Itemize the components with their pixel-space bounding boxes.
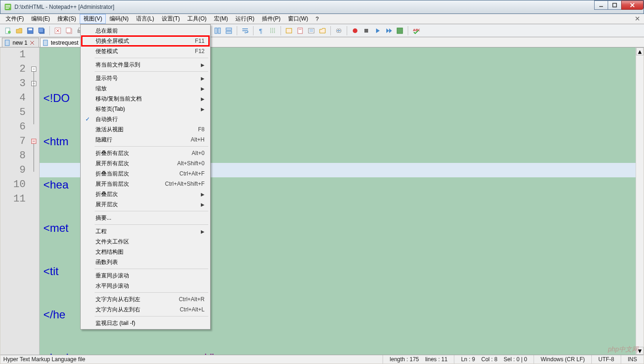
vertical-scrollbar[interactable]: ▴ ▾ [636, 47, 644, 355]
toolbar-folder-icon[interactable] [317, 26, 328, 36]
toolbar-doc-map-icon[interactable] [295, 26, 305, 36]
menu-shortcut: Ctrl+Alt+L [180, 306, 205, 313]
menu-item-自动换行[interactable]: ✓自动换行 [82, 114, 209, 124]
menu-item-隐藏行[interactable]: 隐藏行Alt+H [82, 135, 209, 145]
menu-separator [95, 58, 208, 58]
menu-item-切换全屏模式[interactable]: 切换全屏模式F11 [82, 36, 209, 46]
window-close-button[interactable] [621, 0, 644, 10]
menu-item-监视日志 (tail -f)[interactable]: 监视日志 (tail -f) [82, 318, 209, 328]
toolbar-stop-icon[interactable] [361, 26, 371, 36]
window-maximize-button[interactable] [608, 0, 622, 10]
submenu-arrow-icon: ▶ [201, 62, 205, 67]
menu-item-展开层次[interactable]: 展开层次▶ [82, 199, 209, 209]
toolbar-spellcheck-icon[interactable]: ABC [411, 26, 421, 36]
svg-rect-42 [226, 28, 232, 30]
menu-item-标签页(Tab)[interactable]: 标签页(Tab)▶ [82, 104, 209, 114]
toolbar-wordwrap-icon[interactable] [240, 26, 250, 36]
svg-rect-59 [364, 29, 368, 33]
line-number: 3 [0, 76, 26, 91]
status-length: length : 175 lines : 11 [383, 355, 454, 364]
menu-plugins[interactable]: 插件(P) [258, 14, 284, 24]
window-titlebar: D:\txt\HTML - Notepad++ [Administrator] [0, 0, 644, 14]
toolbar-close-all-icon[interactable] [64, 26, 74, 36]
menu-item-垂直同步滚动[interactable]: 垂直同步滚动 [82, 270, 209, 281]
menu-item-折叠当前层次[interactable]: 折叠当前层次Ctrl+Alt+F [82, 169, 209, 179]
menu-item-文字方向从左到右[interactable]: 文字方向从左到右Ctrl+Alt+L [82, 304, 209, 315]
menu-item-label: 展开所有层次 [96, 160, 129, 168]
toolbar-record-icon[interactable] [350, 26, 360, 36]
menu-edit[interactable]: 编辑(E) [27, 14, 54, 24]
menu-separator [95, 71, 208, 72]
file-tab-new1[interactable]: new 1 [2, 38, 39, 47]
menu-item-折叠层次[interactable]: 折叠层次▶ [82, 189, 209, 199]
svg-point-56 [337, 30, 339, 31]
svg-rect-49 [298, 28, 302, 34]
menu-item-文档结构图[interactable]: 文档结构图 [82, 247, 209, 257]
line-number: 10 [0, 177, 26, 192]
toolbar-close-icon[interactable] [53, 26, 63, 36]
menu-item-摘要...[interactable]: 摘要... [82, 213, 209, 223]
menu-item-工程[interactable]: 工程▶ [82, 226, 209, 236]
toolbar-sync-h-icon[interactable] [224, 26, 234, 36]
svg-rect-1 [6, 5, 10, 6]
menu-help[interactable]: ? [312, 14, 322, 24]
menu-item-函数列表[interactable]: 函数列表 [82, 257, 209, 267]
toolbar-save-all-icon[interactable] [36, 26, 47, 36]
menu-shortcut: F8 [198, 126, 205, 133]
toolbar-indent-guide-icon[interactable] [267, 26, 278, 36]
menu-item-便签模式[interactable]: 便签模式F12 [82, 46, 209, 56]
tab-close-icon[interactable] [29, 40, 35, 46]
menu-item-文字方向从右到左[interactable]: 文字方向从右到左Ctrl+Alt+R [82, 294, 209, 304]
menu-window[interactable]: 窗口(W) [284, 14, 312, 24]
toolbar-play-icon[interactable] [372, 26, 383, 36]
menu-settings[interactable]: 设置(T) [158, 14, 184, 24]
menu-item-缩放[interactable]: 缩放▶ [82, 83, 209, 94]
svg-rect-5 [613, 3, 617, 7]
toolbar-show-all-chars-icon[interactable]: ¶ [256, 26, 267, 36]
tab-close-all-icon[interactable]: ✕ [635, 15, 640, 22]
fold-toggle-icon[interactable]: − [31, 139, 36, 144]
file-tab-testrequest[interactable]: testrequest [40, 38, 82, 47]
menu-item-文件夹工作区[interactable]: 文件夹工作区 [82, 236, 209, 247]
menu-tools[interactable]: 工具(O) [184, 14, 210, 24]
menu-item-显示符号[interactable]: 显示符号▶ [82, 73, 209, 83]
menu-run[interactable]: 运行(R) [232, 14, 258, 24]
toolbar-func-list-icon[interactable] [306, 26, 316, 36]
svg-rect-43 [226, 31, 232, 34]
toolbar-play-multi-icon[interactable] [384, 26, 394, 36]
menu-item-激活从视图[interactable]: 激活从视图F8 [82, 124, 209, 135]
toolbar-new-icon[interactable] [3, 26, 13, 36]
fold-toggle-icon[interactable]: − [31, 67, 36, 72]
menu-shortcut: F11 [195, 38, 205, 44]
toolbar-lang-icon[interactable] [284, 26, 294, 36]
menu-macro[interactable]: 宏(M) [210, 14, 232, 24]
menu-item-折叠所有层次[interactable]: 折叠所有层次Alt+0 [82, 148, 209, 158]
svg-point-57 [339, 30, 341, 31]
app-icon [4, 3, 12, 11]
menu-encoding[interactable]: 编码(N) [106, 14, 132, 24]
menu-shortcut: Alt+H [191, 136, 205, 143]
menu-search[interactable]: 搜索(S) [54, 14, 80, 24]
menu-view[interactable]: 视图(V) [80, 14, 106, 24]
menu-item-展开当前层次[interactable]: 展开当前层次Ctrl+Alt+Shift+F [82, 179, 209, 189]
toolbar-monitor-icon[interactable] [334, 26, 344, 36]
scroll-down-icon[interactable]: ▾ [636, 347, 644, 355]
menu-item-label: 折叠当前层次 [96, 170, 129, 178]
toolbar-save-macro-icon[interactable] [395, 26, 405, 36]
menu-item-移动/复制当前文档[interactable]: 移动/复制当前文档▶ [82, 94, 209, 104]
toolbar-sync-v-icon[interactable] [212, 26, 223, 36]
toolbar-save-icon[interactable] [25, 26, 35, 36]
svg-rect-2 [6, 7, 10, 7]
toolbar-open-icon[interactable] [14, 26, 24, 36]
menu-language[interactable]: 语言(L) [132, 14, 158, 24]
menu-item-label: 水平同步滚动 [96, 282, 129, 290]
menu-file[interactable]: 文件(F) [2, 14, 27, 24]
window-minimize-button[interactable] [594, 0, 608, 10]
menu-item-总在最前[interactable]: 总在最前 [82, 26, 209, 36]
menu-item-将当前文件显示到[interactable]: 将当前文件显示到▶ [82, 60, 209, 70]
line-number: 11 [0, 192, 26, 206]
menu-item-展开所有层次[interactable]: 展开所有层次Alt+Shift+0 [82, 158, 209, 169]
submenu-arrow-icon: ▶ [201, 76, 205, 81]
scroll-up-icon[interactable]: ▴ [636, 47, 644, 55]
menu-item-水平同步滚动[interactable]: 水平同步滚动 [82, 281, 209, 291]
